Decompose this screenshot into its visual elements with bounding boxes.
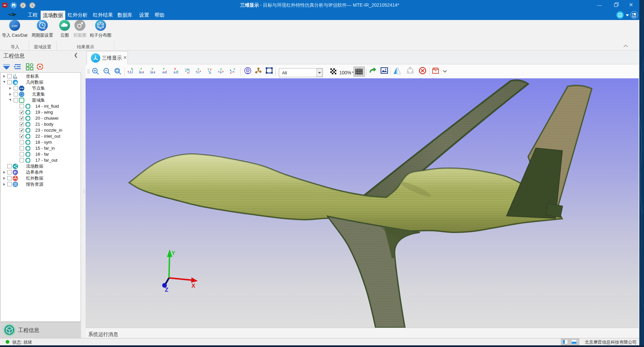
svg-text:Y: Y: [171, 250, 175, 256]
svg-text:x: x: [143, 70, 144, 73]
svg-text:z: z: [174, 70, 175, 73]
svg-text:cas: cas: [12, 23, 17, 28]
svg-text:x: x: [128, 70, 129, 73]
svg-text:z: z: [196, 70, 197, 73]
svg-text:z: z: [162, 70, 164, 73]
svg-text:z: z: [218, 70, 219, 73]
svg-text:z: z: [130, 70, 131, 73]
svg-text:x: x: [152, 70, 153, 73]
svg-text:Y: Y: [140, 67, 142, 70]
svg-text:Y: Y: [14, 74, 16, 77]
svg-text:x: x: [230, 71, 232, 74]
svg-text:x: x: [210, 68, 212, 71]
svg-text:X: X: [191, 283, 195, 289]
svg-text:100%: 100%: [339, 70, 351, 75]
svg-text:Y: Y: [163, 67, 165, 70]
svg-text:Y: Y: [131, 67, 133, 70]
svg-text:x: x: [222, 70, 224, 73]
svg-text:x: x: [199, 70, 201, 73]
svg-text:All: All: [282, 70, 287, 75]
svg-text:Y: Y: [207, 68, 209, 71]
svg-text:X: X: [174, 67, 176, 70]
svg-text:Y: Y: [176, 70, 178, 73]
svg-text:x: x: [164, 70, 166, 73]
svg-text:z: z: [154, 70, 155, 73]
svg-text:Y: Y: [152, 67, 154, 70]
svg-text:z: z: [140, 70, 142, 73]
svg-text:z: z: [210, 71, 211, 74]
svg-text:Z: Z: [165, 287, 168, 293]
svg-text:x: x: [187, 71, 189, 74]
svg-text:z: z: [185, 69, 186, 72]
svg-text:Y: Y: [233, 68, 235, 71]
